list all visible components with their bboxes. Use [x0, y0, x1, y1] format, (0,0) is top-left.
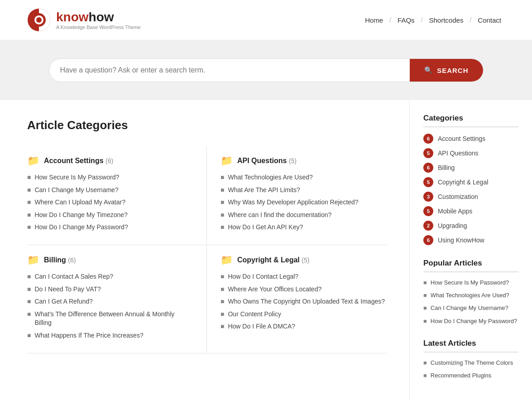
category-title-account[interactable]: Account Settings (6) — [44, 157, 113, 165]
nav-shortcodes[interactable]: Shortcodes — [426, 14, 467, 26]
sidebar-popular-item[interactable]: ■ How Do I Change My Password? — [423, 317, 518, 325]
list-item: ■Where Are Your Offices Located? — [220, 285, 387, 294]
folder-icon: 📁 — [220, 155, 233, 167]
nav-contact[interactable]: Contact — [474, 14, 505, 26]
search-bar: 🔍 SEARCH — [49, 58, 484, 82]
list-item: ■How Do I Contact Legal? — [220, 272, 387, 281]
doc-icon: ■ — [27, 211, 31, 218]
cat-badge: 6 — [423, 134, 433, 144]
sidebar-article-label: Recommended Plugins — [431, 372, 491, 380]
doc-icon: ■ — [27, 332, 31, 339]
article-list-billing: ■Can I Contact A Sales Rep? ■Do I Need T… — [27, 272, 193, 340]
sidebar-article-label: How Do I Change My Password? — [431, 317, 517, 325]
category-copyright-legal: 📁 Copyright & Legal (5) ■How Do I Contac… — [207, 245, 387, 353]
cat-badge: 3 — [423, 192, 433, 202]
article-link[interactable]: Do I Need To Pay VAT? — [34, 285, 101, 294]
list-item: ■What Happens If The Price Increases? — [27, 331, 193, 340]
categories-grid: 📁 Account Settings (6) ■How Secure Is My… — [27, 146, 387, 353]
article-link[interactable]: Why Was My Developer Application Rejecte… — [228, 198, 358, 207]
category-title-api[interactable]: API Questions (5) — [237, 157, 297, 165]
doc-icon: ■ — [423, 359, 427, 366]
cat-badge: 5 — [423, 148, 433, 158]
sidebar-latest-item[interactable]: ■ Customizing The Theme Colors — [423, 359, 518, 367]
main-layout: Article Categories 📁 Account Settings (6… — [0, 100, 532, 401]
article-link[interactable]: How Do I Change My Password? — [34, 223, 128, 232]
category-title-billing[interactable]: Billing (6) — [44, 256, 76, 264]
sidebar-item-using-knowhow[interactable]: 6 Using KnowHow — [423, 235, 518, 245]
article-link[interactable]: Where Are Your Offices Located? — [228, 285, 321, 294]
article-link[interactable]: What Technologies Are Used? — [228, 173, 312, 182]
category-count-account: (6) — [105, 157, 113, 164]
article-link[interactable]: How Do I Change My Timezone? — [34, 211, 127, 220]
article-link[interactable]: Who Owns The Copyright On Uploaded Text … — [228, 297, 385, 306]
search-input[interactable] — [49, 59, 410, 82]
sidebar-item-billing[interactable]: 6 Billing — [423, 163, 518, 173]
article-link[interactable]: What Are The API Limits? — [228, 186, 300, 195]
nav-faqs[interactable]: FAQs — [394, 14, 418, 26]
list-item: ■What Are The API Limits? — [220, 186, 387, 195]
list-item: ■Why Was My Developer Application Reject… — [220, 198, 387, 207]
article-link[interactable]: Can I Change My Username? — [34, 186, 118, 195]
article-list-account: ■How Secure Is My Password? ■Can I Chang… — [27, 173, 193, 232]
sidebar-item-api-questions[interactable]: 5 API Questions — [423, 148, 518, 158]
logo-know: know — [56, 10, 89, 24]
article-link[interactable]: How Secure Is My Password? — [34, 173, 119, 182]
list-item: ■What's The Difference Between Annual & … — [27, 310, 193, 328]
article-link[interactable]: Where can I find the documentation? — [228, 211, 331, 220]
article-link[interactable]: How Do I File A DMCA? — [228, 322, 295, 331]
list-item: ■Our Content Policy — [220, 310, 387, 319]
doc-icon: ■ — [220, 198, 224, 206]
sidebar-item-account-settings[interactable]: 6 Account Settings — [423, 134, 518, 144]
sidebar-article-label: How Secure Is My Password? — [431, 279, 509, 287]
list-item: ■Can I Contact A Sales Rep? — [27, 272, 193, 281]
sidebar-popular-item[interactable]: ■ How Secure Is My Password? — [423, 279, 518, 287]
search-icon: 🔍 — [424, 66, 433, 74]
doc-icon: ■ — [220, 186, 224, 193]
logo-text: knowhow A Knowledge Base WordPress Theme — [56, 10, 141, 30]
article-link[interactable]: What Happens If The Price Increases? — [34, 331, 143, 340]
nav-sep-1: / — [389, 16, 391, 24]
doc-icon: ■ — [27, 298, 31, 305]
doc-icon: ■ — [27, 310, 31, 318]
article-link[interactable]: Can I Get A Refund? — [34, 297, 92, 306]
category-api-questions: 📁 API Questions (5) ■What Technologies A… — [207, 146, 387, 245]
doc-icon: ■ — [423, 318, 427, 324]
folder-icon: 📁 — [27, 254, 39, 266]
sidebar-popular-title: Popular Articles — [423, 259, 518, 272]
sidebar-item-copyright-legal[interactable]: 5 Copyright & Legal — [423, 177, 518, 187]
folder-icon: 📁 — [27, 155, 39, 167]
search-button-label: SEARCH — [437, 67, 468, 74]
doc-icon: ■ — [220, 285, 224, 293]
sidebar-item-customization[interactable]: 3 Customization — [423, 192, 518, 202]
category-header-api: 📁 API Questions (5) — [220, 155, 387, 167]
logo[interactable]: knowhow A Knowledge Base WordPress Theme — [27, 8, 141, 32]
logo-icon — [27, 8, 51, 32]
search-button[interactable]: 🔍 SEARCH — [410, 59, 483, 82]
logo-how: how — [89, 10, 114, 24]
sidebar-popular-item[interactable]: ■ Can I Change My Username? — [423, 304, 518, 312]
sidebar-cat-label: Account Settings — [438, 135, 485, 142]
sidebar-popular-item[interactable]: ■ What Technologies Are Used? — [423, 291, 518, 300]
category-title-legal[interactable]: Copyright & Legal (5) — [237, 256, 309, 264]
sidebar-item-mobile-apps[interactable]: 5 Mobile Apps — [423, 206, 518, 216]
category-account-settings: 📁 Account Settings (6) ■How Secure Is My… — [27, 146, 207, 245]
sidebar-latest-item[interactable]: ■ Recommended Plugins — [423, 372, 518, 380]
doc-icon: ■ — [220, 273, 224, 280]
article-link[interactable]: Our Content Policy — [228, 310, 281, 319]
content-area: Article Categories 📁 Account Settings (6… — [0, 100, 410, 401]
category-header-legal: 📁 Copyright & Legal (5) — [220, 254, 387, 266]
article-link[interactable]: How Do I Get An API Key? — [228, 223, 303, 232]
article-link[interactable]: Where Can I Upload My Avatar? — [34, 198, 125, 207]
article-link[interactable]: Can I Contact A Sales Rep? — [34, 272, 113, 281]
doc-icon: ■ — [27, 186, 31, 193]
nav-home[interactable]: Home — [361, 14, 387, 26]
doc-icon: ■ — [220, 323, 224, 330]
list-item: ■What Technologies Are Used? — [220, 173, 387, 182]
list-item: ■How Do I Change My Timezone? — [27, 211, 193, 220]
article-link[interactable]: How Do I Contact Legal? — [228, 272, 298, 281]
sidebar-item-upgrading[interactable]: 2 Upgrading — [423, 221, 518, 231]
article-link[interactable]: What's The Difference Between Annual & M… — [34, 310, 193, 328]
cat-badge: 6 — [423, 163, 433, 173]
nav-sep-3: / — [470, 16, 471, 24]
sidebar-latest-list: ■ Customizing The Theme Colors ■ Recomme… — [423, 359, 518, 380]
